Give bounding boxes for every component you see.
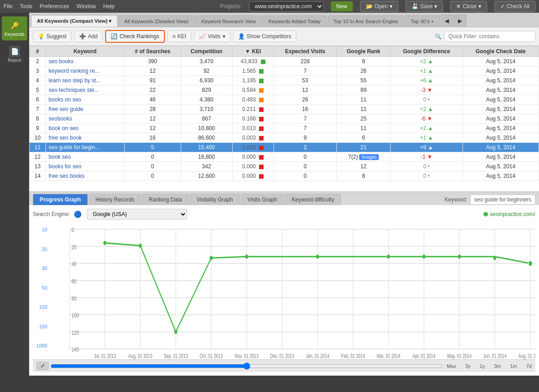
col-keyword[interactable]: Keyword (46, 46, 124, 57)
cell-visits: 7 (274, 124, 336, 133)
kei-button[interactable]: ≡ KEI (168, 30, 191, 42)
table-row[interactable]: 5 seo techniques ste... 22 829 0.584 12 … (30, 85, 539, 95)
close-button[interactable]: ✕ Close ▾ (450, 1, 487, 12)
bottom-tab-progress[interactable]: Progress Graph (33, 194, 88, 205)
period-1m[interactable]: 1m (510, 363, 517, 369)
menu-preferences[interactable]: Preferences (40, 3, 69, 10)
timeline-expand-btn[interactable]: ⤢ (36, 362, 49, 370)
period-1y[interactable]: 1y (480, 363, 485, 369)
cell-competition: 10,800 (181, 124, 232, 133)
menu-tools[interactable]: Tools (20, 3, 32, 10)
cell-competition: 6,930 (181, 76, 232, 85)
keyword-table-container: # Keyword # of Searches Competition ▼ KE… (29, 46, 539, 191)
cell-keyword: books for seo (46, 162, 124, 171)
menu-file[interactable]: File (4, 3, 12, 10)
checkall-button[interactable]: ✓ Check All (494, 1, 535, 12)
table-row[interactable]: 10 free seo book 16 86,600 0.003 9 6 +1 … (30, 133, 539, 143)
svg-text:Feb, 01 2014: Feb, 01 2014 (341, 353, 365, 359)
bottom-tab-visits[interactable]: Visits Graph (241, 194, 284, 205)
check-rankings-button[interactable]: 🔄 Check Rankings (105, 30, 164, 43)
tab-added-today[interactable]: Keywords Added Today (263, 15, 327, 27)
timeline-slider[interactable] (51, 362, 443, 370)
table-row[interactable]: 4 learn seo step by st... 91 6,930 1.195… (30, 76, 539, 85)
keywords-icon: 🔑 (9, 20, 20, 31)
col-searches[interactable]: # of Searches (124, 46, 181, 57)
bottom-tab-ranking[interactable]: Ranking Data (142, 194, 189, 205)
svg-text:Jul, 01 2013: Jul, 01 2013 (94, 353, 116, 359)
keyword-table: # Keyword # of Searches Competition ▼ KE… (29, 46, 539, 181)
col-competition[interactable]: Competition (181, 46, 232, 57)
cell-competition: 829 (181, 85, 232, 95)
tab-detailed-view[interactable]: All Keywords (Detailed View) (118, 15, 194, 27)
col-kei[interactable]: ▼ KEI (232, 46, 274, 57)
period-max[interactable]: Max (447, 363, 456, 369)
svg-point-45 (174, 330, 178, 334)
table-row[interactable]: 14 free seo books 0 12,600 0.000 0 8 0 •… (30, 171, 539, 181)
menu-help[interactable]: Help (103, 3, 115, 10)
period-3y[interactable]: 3y (465, 363, 471, 369)
competitors-button[interactable]: 👤 Show Competitors (233, 30, 296, 42)
col-google-rank[interactable]: Google Rank (336, 46, 390, 57)
col-check-date[interactable]: Google Check Date (463, 46, 539, 57)
legend-dot (483, 212, 488, 216)
table-row[interactable]: 13 books for seo 0 342 0.000 0 12 0 • Au… (30, 162, 539, 171)
add-button[interactable]: ➕ Add (74, 30, 102, 42)
search-engine-select[interactable]: Google (USA) (87, 209, 187, 220)
table-row[interactable]: 2 seo books 390 3,470 43,833 228 8 +2 ▲ … (30, 57, 539, 66)
period-3m[interactable]: 3m (494, 363, 501, 369)
table-row[interactable]: 8 seobooks 12 867 0.166 7 25 -6 ▼ Aug 5,… (30, 114, 539, 124)
table-row[interactable]: 11 seo guide for begin... 5 15,400 0.002… (30, 143, 539, 152)
suggest-button[interactable]: 💡 Suggest (33, 30, 71, 42)
search-engine-label: Search Engine: (33, 211, 70, 217)
cell-date: Aug 5, 2014 (463, 76, 539, 85)
main-container: 🔑 Keywords 📄 Report All Keywords (Compac… (0, 13, 539, 376)
svg-point-47 (245, 255, 249, 259)
graph-controls: Search Engine: 🔵 Google (USA) seoinpract… (33, 209, 535, 220)
table-row[interactable]: 12 book seo 0 16,800 0.000 0 7(2) Images… (30, 152, 539, 162)
svg-text:Sep, 01 2013: Sep, 01 2013 (164, 353, 188, 359)
bottom-tab-difficulty[interactable]: Keyword difficulty (285, 194, 341, 205)
y-label-30: 30 (35, 266, 47, 271)
col-google-diff[interactable]: Google Difference (391, 46, 463, 57)
cell-keyword: learn seo step by st... (46, 76, 124, 85)
cell-diff: 0 • (391, 95, 463, 105)
tab-top30[interactable]: Top 30 li + (405, 15, 439, 27)
cell-date: Aug 5, 2014 (463, 66, 539, 76)
bottom-tab-history[interactable]: History Records (89, 194, 141, 205)
cell-num: 10 (30, 133, 46, 143)
tab-next-btn[interactable]: ▶ (454, 15, 466, 27)
cell-searches: 0 (124, 152, 181, 162)
cell-searches: 0 (124, 162, 181, 171)
table-row[interactable]: 7 free seo guide 28 3,710 0.211 16 11 +2… (30, 105, 539, 114)
period-7d[interactable]: 7d (526, 363, 532, 369)
cell-kei: 0.002 (232, 143, 274, 152)
projects-label: Projects: (220, 3, 242, 10)
tab-research-view[interactable]: Keyword Research View (195, 15, 262, 27)
cell-num: 13 (30, 162, 46, 171)
svg-point-44 (139, 244, 142, 248)
new-button[interactable]: New (331, 1, 353, 11)
cell-searches: 28 (124, 105, 181, 114)
table-row[interactable]: 6 books on seo 46 4,380 0.483 26 11 0 • … (30, 95, 539, 105)
menu-window[interactable]: Window (76, 3, 96, 10)
cell-competition: 3,710 (181, 105, 232, 114)
cell-diff: -6 ▼ (391, 114, 463, 124)
tab-compact-view[interactable]: All Keywords (Compact View) ▾ (31, 15, 117, 27)
table-row[interactable]: 9 book on seo 12 10,800 0.013 7 11 +2 ▲ … (30, 124, 539, 133)
bottom-tab-visibility[interactable]: Visibility Graph (190, 194, 240, 205)
visits-button[interactable]: 📈 Visits ▾ (194, 30, 230, 42)
filter-input[interactable] (444, 31, 535, 42)
save-button[interactable]: 💾 Save ▾ (406, 1, 443, 12)
col-expected-visits[interactable]: Expected Visits (274, 46, 336, 57)
sidebar-item-keywords[interactable]: 🔑 Keywords (2, 16, 27, 40)
table-row[interactable]: 3 keyword ranking re... 12 92 1.565 7 26… (30, 66, 539, 76)
tab-top10[interactable]: Top 10 In Any Search Engine (328, 15, 404, 27)
suggest-icon: 💡 (38, 33, 45, 40)
open-button[interactable]: 📂 Open ▾ (360, 1, 398, 12)
cell-num: 8 (30, 114, 46, 124)
cell-diff: -3 ▼ (391, 85, 463, 95)
tab-more-btn[interactable]: ◀ (441, 15, 453, 27)
svg-point-43 (103, 241, 107, 245)
sidebar-item-report[interactable]: 📄 Report (2, 42, 27, 66)
project-select[interactable]: www.seoinpractice.com (249, 1, 324, 11)
